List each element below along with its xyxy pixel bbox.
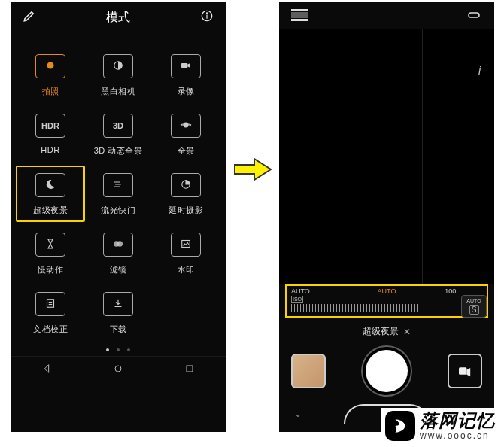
viewfinder-top-bar — [279, 2, 494, 29]
page-dot — [106, 348, 109, 351]
svg-rect-19 — [459, 367, 466, 375]
svg-point-9 — [117, 241, 123, 247]
screen-title: 模式 — [106, 10, 130, 26]
svg-point-14 — [115, 366, 121, 372]
nav-home-button[interactable] — [112, 363, 124, 377]
mode-label: 超级夜景 — [33, 205, 68, 216]
gallery-thumbnail[interactable] — [291, 354, 326, 388]
camera-viewfinder[interactable]: i — [279, 29, 494, 284]
trails-icon — [111, 178, 125, 193]
watermark-url: www.oooc.cn — [420, 431, 495, 441]
close-mode-icon[interactable]: ✕ — [403, 327, 411, 337]
half-circle-icon — [111, 59, 125, 74]
shutter-row — [279, 342, 494, 400]
mode-light[interactable]: 流光快门 — [88, 173, 148, 216]
current-mode-label: 超级夜景 ✕ — [279, 318, 494, 342]
chevron-down-icon[interactable]: ⌄ — [294, 409, 302, 419]
svg-point-3 — [47, 62, 54, 69]
mode-slowmo[interactable]: 慢动作 — [20, 233, 80, 275]
info-icon[interactable]: i — [478, 65, 481, 77]
mode-selection-screen: 模式 拍照 黑白相机 录像 HDR HDR 3D 3D 动态全景 全景 — [11, 2, 226, 432]
page-dot — [117, 348, 120, 351]
mode-docscan[interactable]: 文档校正 — [20, 292, 80, 335]
page-dot — [127, 348, 130, 351]
hdr-text-icon: HDR — [41, 121, 59, 130]
svg-rect-18 — [291, 12, 308, 18]
mode-label: 流光快门 — [101, 205, 135, 216]
nav-back-button[interactable] — [41, 363, 53, 377]
step-arrow-icon — [232, 154, 273, 184]
mode-3dpano[interactable]: 3D 3D 动态全景 — [88, 114, 148, 157]
mode-label: 延时摄影 — [169, 205, 203, 216]
mode-label: 滤镜 — [110, 264, 127, 275]
pano-icon — [179, 118, 193, 133]
document-icon — [44, 296, 57, 312]
mode-bw[interactable]: 黑白相机 — [88, 54, 148, 97]
svg-rect-17 — [291, 19, 308, 21]
nav-recent-button[interactable] — [184, 363, 196, 377]
switch-to-video-button[interactable] — [448, 354, 482, 388]
svg-point-6 — [184, 123, 188, 127]
watermark-title: 落网记忆 — [420, 411, 495, 430]
mode-filter[interactable]: 滤镜 — [88, 233, 148, 275]
svg-rect-15 — [187, 366, 193, 372]
mode-pano[interactable]: 全景 — [156, 114, 216, 157]
mode-label: 下载 — [110, 324, 127, 335]
video-camera-icon — [179, 59, 193, 74]
download-icon — [111, 296, 125, 312]
android-nav-bar — [11, 356, 226, 385]
composition-grid-line — [279, 114, 494, 114]
svg-point-2 — [207, 13, 208, 14]
mode-download[interactable]: 下载 — [88, 292, 148, 335]
svg-rect-11 — [47, 300, 54, 308]
iso-auto-label: AUTO ISO — [291, 287, 355, 303]
shutter-auto-label: AUTO — [355, 287, 419, 303]
watermark-logo-icon — [385, 411, 415, 441]
edit-icon[interactable] — [23, 9, 36, 26]
svg-rect-16 — [291, 9, 308, 11]
source-watermark: 落网记忆 www.oooc.cn — [381, 408, 499, 444]
composition-grid-line — [422, 29, 423, 284]
page-indicator — [11, 342, 226, 356]
top-bar: 模式 — [11, 2, 226, 32]
svg-rect-5 — [181, 63, 187, 68]
mode-label: 录像 — [178, 86, 195, 97]
timelapse-icon — [179, 178, 193, 193]
mode-grid: 拍照 黑白相机 录像 HDR HDR 3D 3D 动态全景 全景 超级夜景 — [11, 32, 226, 342]
mode-label: 慢动作 — [38, 264, 64, 275]
filter-circles-icon — [111, 237, 125, 252]
mode-label: 水印 — [178, 264, 195, 275]
mode-hdr[interactable]: HDR HDR — [20, 114, 80, 157]
mode-night[interactable]: 超级夜景 — [16, 166, 85, 222]
composition-grid-line — [279, 199, 494, 199]
moon-icon — [44, 178, 57, 193]
camera-dot-icon — [44, 59, 57, 74]
mode-label: HDR — [41, 145, 59, 154]
exposure-scale[interactable]: AUTO ISO AUTO 100 — [285, 284, 488, 318]
exposure-tick-marks — [291, 304, 482, 312]
watermark-icon — [179, 237, 193, 252]
mode-label: 3D 动态全景 — [94, 145, 143, 157]
hourglass-icon — [44, 237, 57, 252]
auto-s-badge[interactable]: AUTO S — [461, 295, 487, 318]
composition-grid-line — [351, 29, 351, 284]
3d-text-icon: 3D — [113, 121, 123, 130]
mode-label: 黑白相机 — [101, 86, 135, 97]
mode-label: 全景 — [178, 145, 195, 157]
night-mode-viewfinder-screen: i AUTO ISO AUTO 100 超级夜景 ✕ AUTO S ⌄ ⌄ — [279, 2, 494, 432]
mode-watermark[interactable]: 水印 — [156, 233, 216, 275]
mode-label: 文档校正 — [33, 324, 68, 335]
mode-photo[interactable]: 拍照 — [20, 54, 80, 97]
mode-timelapse[interactable]: 延时摄影 — [156, 173, 216, 216]
mode-label: 拍照 — [42, 86, 59, 97]
loop-icon[interactable] — [466, 10, 482, 23]
mode-video[interactable]: 录像 — [156, 54, 216, 97]
info-icon[interactable] — [200, 9, 214, 26]
shutter-button[interactable] — [366, 350, 408, 392]
film-roll-icon[interactable] — [291, 9, 308, 24]
